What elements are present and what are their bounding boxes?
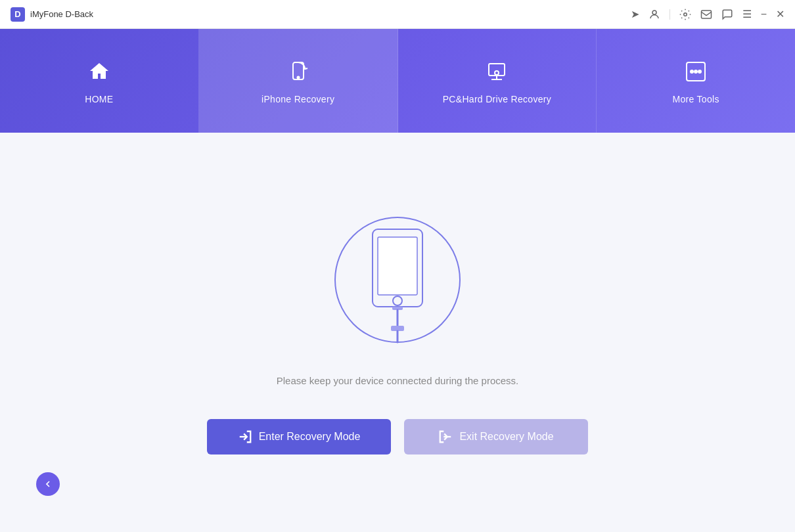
share-icon[interactable]: ➤ bbox=[631, 8, 639, 20]
title-bar: D iMyFone D-Back ➤ ☰ − bbox=[0, 0, 795, 29]
nav-item-home[interactable]: HOME bbox=[0, 29, 199, 133]
svg-point-12 bbox=[698, 70, 701, 73]
device-illustration bbox=[325, 211, 470, 355]
nav-label-more-tools: More Tools bbox=[673, 94, 719, 104]
nav-bar: HOME iPhone Recovery PC&Hard Drive Recov… bbox=[0, 29, 795, 133]
title-bar-controls: ➤ ☰ − ✕ bbox=[631, 8, 784, 20]
svg-point-16 bbox=[393, 296, 402, 305]
nav-item-iphone-recovery[interactable]: iPhone Recovery bbox=[199, 29, 398, 133]
description-text: Please keep your device connected during… bbox=[277, 375, 519, 386]
minimize-button[interactable]: − bbox=[761, 9, 767, 20]
nav-item-pc-recovery[interactable]: PC&Hard Drive Recovery bbox=[398, 29, 597, 133]
svg-point-6 bbox=[495, 71, 499, 75]
separator bbox=[670, 9, 670, 20]
svg-point-4 bbox=[297, 77, 299, 79]
app-title: iMyFone D-Back bbox=[30, 9, 93, 19]
nav-label-iphone-recovery: iPhone Recovery bbox=[261, 94, 334, 104]
pc-recovery-icon bbox=[482, 57, 511, 86]
chat-icon[interactable] bbox=[721, 9, 733, 20]
mail-icon[interactable] bbox=[700, 9, 712, 20]
svg-point-0 bbox=[652, 11, 656, 14]
back-arrow-icon bbox=[43, 479, 53, 489]
svg-point-10 bbox=[691, 70, 693, 73]
enter-recovery-button[interactable]: Enter Recovery Mode bbox=[207, 419, 391, 454]
title-bar-left: D iMyFone D-Back bbox=[11, 7, 93, 22]
exit-icon bbox=[438, 430, 453, 444]
iphone-recovery-icon bbox=[284, 57, 313, 86]
back-button[interactable] bbox=[36, 472, 60, 496]
more-tools-icon bbox=[681, 57, 710, 86]
exit-recovery-button[interactable]: Exit Recovery Mode bbox=[404, 419, 588, 454]
enter-icon bbox=[238, 430, 252, 444]
home-icon bbox=[85, 57, 114, 86]
svg-point-1 bbox=[683, 12, 687, 16]
app-logo: D bbox=[11, 7, 25, 22]
buttons-row: Enter Recovery Mode Exit Recovery Mode bbox=[207, 419, 588, 454]
nav-label-pc-recovery: PC&Hard Drive Recovery bbox=[443, 94, 551, 104]
nav-label-home: HOME bbox=[85, 94, 113, 104]
svg-rect-15 bbox=[378, 237, 417, 295]
svg-point-11 bbox=[694, 70, 697, 73]
settings-icon[interactable] bbox=[679, 9, 691, 20]
nav-item-more-tools[interactable]: More Tools bbox=[597, 29, 795, 133]
svg-rect-2 bbox=[701, 11, 711, 18]
svg-rect-5 bbox=[489, 64, 505, 76]
close-button[interactable]: ✕ bbox=[776, 8, 784, 20]
menu-icon[interactable]: ☰ bbox=[742, 8, 752, 20]
main-content: Please keep your device connected during… bbox=[0, 133, 795, 532]
user-icon[interactable] bbox=[648, 9, 660, 20]
